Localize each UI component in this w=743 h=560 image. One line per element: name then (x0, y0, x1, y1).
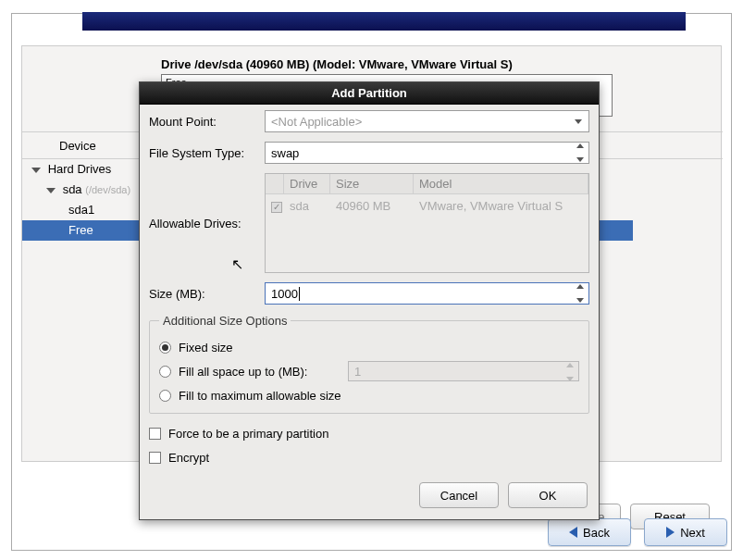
ok-button[interactable]: OK (508, 482, 588, 508)
drive-checkbox[interactable]: ✓ (271, 202, 282, 213)
back-button[interactable]: Back (548, 518, 631, 546)
check-label: Encrypt (168, 451, 209, 465)
mount-point-combo[interactable]: <Not Applicable> (265, 110, 589, 132)
arrow-right-icon (666, 527, 675, 538)
size-options-legend: Additional Size Options (159, 314, 291, 328)
fillup-value: 1 (354, 365, 361, 379)
device-tree: Hard Drives sda (/dev/sda) sda1 Free (22, 159, 152, 241)
window-titlebar (82, 12, 686, 31)
radio-fillmax-row[interactable]: Fill to maximum allowable size (159, 383, 579, 407)
drives-header-check (266, 174, 284, 193)
drives-header-size: Size (330, 174, 414, 193)
drives-header: Drive Size Model (266, 174, 588, 194)
combo-value: swap (271, 146, 299, 160)
tree-label: Free (68, 223, 93, 237)
next-button[interactable]: Next (644, 518, 727, 546)
stepper-icon[interactable] (574, 284, 587, 303)
allowable-drives-label: Allowable Drives: (149, 217, 265, 230)
dialog-buttons: Cancel OK (419, 482, 588, 508)
force-primary-checkbox[interactable] (149, 428, 161, 440)
add-partition-dialog: Add Partition Mount Point: <Not Applicab… (139, 81, 600, 520)
check-label: Force to be a primary partition (168, 427, 328, 441)
allowable-drives-list[interactable]: Drive Size Model ✓ sda 40960 MB VMware, … (265, 173, 589, 273)
tree-label: Hard Drives (48, 162, 112, 176)
size-label: Size (MB): (149, 287, 265, 301)
arrow-left-icon (569, 527, 577, 538)
radio-fillup-row[interactable]: Fill all space up to (MB): 1 (159, 359, 579, 383)
tree-label: sda (63, 182, 82, 196)
encrypt-row[interactable]: Encrypt (149, 445, 589, 469)
radio-label: Fill all space up to (MB): (179, 365, 307, 379)
radio-fixed[interactable] (159, 342, 171, 354)
radio-fillmax[interactable] (159, 390, 171, 402)
radio-fixed-row[interactable]: Fixed size (159, 335, 579, 359)
drives-row[interactable]: ✓ sda 40960 MB VMware, VMware Virtual S (266, 194, 588, 215)
drive-size: 40960 MB (330, 197, 414, 215)
expand-icon[interactable] (46, 188, 56, 193)
stepper-icon (574, 143, 587, 162)
expand-icon[interactable] (31, 168, 41, 173)
wizard-nav: Back Next (548, 518, 727, 546)
drives-header-model: Model (414, 174, 588, 193)
fillup-spin: 1 (348, 361, 579, 381)
mount-point-label: Mount Point: (149, 115, 265, 129)
tree-row-sda1[interactable]: sda1 (22, 200, 152, 220)
size-options-group: Additional Size Options Fixed size Fill … (149, 314, 589, 414)
size-value: 1000 (271, 287, 298, 301)
radio-label: Fixed size (179, 341, 233, 355)
radio-label: Fill to maximum allowable size (179, 389, 341, 403)
tree-row-hard-drives[interactable]: Hard Drives (22, 159, 152, 180)
stepper-icon (563, 363, 576, 381)
button-label: Next (680, 526, 705, 540)
fs-type-label: File System Type: (149, 146, 265, 160)
tree-path: (/dev/sda) (85, 184, 130, 195)
text-caret (299, 287, 300, 301)
button-label: Back (583, 526, 610, 540)
radio-fillup[interactable] (159, 366, 171, 378)
dialog-title: Add Partition (140, 82, 599, 105)
button-label: Cancel (440, 489, 477, 503)
encrypt-checkbox[interactable] (149, 452, 161, 464)
drives-header-drive: Drive (284, 174, 330, 193)
drive-summary-label: Drive /dev/sda (40960 MB) (Model: VMware… (161, 57, 513, 71)
drive-name: sda (284, 197, 330, 215)
combo-value: <Not Applicable> (271, 115, 362, 129)
tree-header-device[interactable]: Device (22, 139, 96, 153)
cancel-button[interactable]: Cancel (419, 482, 499, 508)
button-label: OK (539, 489, 557, 503)
chevron-down-icon (572, 115, 585, 128)
tree-label: sda1 (68, 203, 94, 217)
tree-row-sda[interactable]: sda (/dev/sda) (22, 180, 152, 200)
force-primary-row[interactable]: Force to be a primary partition (149, 421, 589, 445)
dialog-form: Mount Point: <Not Applicable> File Syste… (140, 105, 599, 469)
size-input[interactable]: 1000 (265, 282, 589, 305)
fs-type-combo[interactable]: swap (265, 142, 589, 164)
drive-model: VMware, VMware Virtual S (414, 197, 588, 215)
